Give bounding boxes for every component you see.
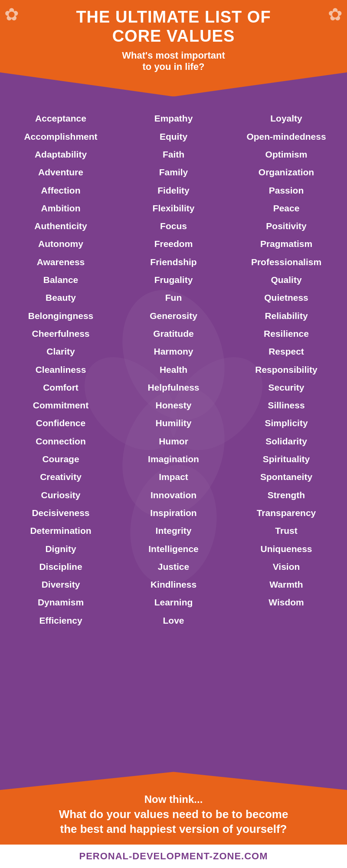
value-item: Dynamism bbox=[36, 593, 86, 611]
value-item: Cheerfulness bbox=[29, 325, 92, 342]
value-item: Determination bbox=[28, 522, 93, 539]
value-item: Impact bbox=[157, 468, 190, 486]
value-item: Harmony bbox=[151, 342, 195, 360]
value-item: Quietness bbox=[262, 289, 311, 306]
value-item: Silliness bbox=[265, 396, 307, 414]
value-item: Commitment bbox=[31, 396, 91, 414]
value-item: Empathy bbox=[152, 109, 195, 127]
value-item: Gratitude bbox=[151, 325, 196, 342]
value-item: Intelligence bbox=[146, 540, 201, 558]
value-item: Decisiveness bbox=[29, 504, 92, 522]
value-item: Efficiency bbox=[37, 612, 84, 629]
value-item: Comfort bbox=[41, 378, 81, 396]
value-item: Inspiration bbox=[148, 504, 199, 522]
value-item: Clarity bbox=[44, 342, 77, 360]
value-item: Creativity bbox=[38, 468, 84, 486]
value-item: Curiosity bbox=[39, 486, 82, 504]
value-item: Professionalism bbox=[249, 253, 324, 271]
value-item: Friendship bbox=[148, 253, 199, 271]
value-item: Responsibility bbox=[253, 361, 320, 378]
value-item: Authenticity bbox=[32, 217, 89, 235]
value-item: Trust bbox=[273, 522, 299, 539]
value-item: Vision bbox=[271, 558, 302, 575]
header-subtitle: What's most importantto you in life? bbox=[9, 50, 338, 72]
value-item: Spontaneity bbox=[258, 468, 314, 486]
value-item: Quality bbox=[268, 271, 304, 289]
value-item: Integrity bbox=[154, 522, 194, 539]
column-1: AcceptanceAccomplishmentAdaptabilityAdve… bbox=[4, 109, 117, 629]
value-item: Imagination bbox=[146, 450, 201, 468]
value-item: Positivity bbox=[264, 217, 308, 235]
value-item: Simplicity bbox=[262, 414, 310, 432]
value-item: Passion bbox=[267, 181, 306, 199]
value-item: Uniqueness bbox=[258, 540, 314, 558]
value-item: Focus bbox=[158, 217, 189, 235]
value-item: Love bbox=[160, 612, 186, 629]
value-item: Ambition bbox=[39, 199, 83, 217]
value-item: Acceptance bbox=[33, 109, 88, 127]
value-item: Solidarity bbox=[263, 432, 309, 450]
value-item: Equity bbox=[157, 128, 190, 145]
value-item: Peace bbox=[271, 199, 302, 217]
value-item: Optimism bbox=[263, 145, 310, 163]
value-item: Dignity bbox=[43, 540, 78, 558]
value-item: Warmth bbox=[267, 575, 305, 593]
site-name: PERONAL-DEVELOPMENT-ZONE.COM bbox=[4, 851, 343, 862]
value-item: Justice bbox=[156, 558, 191, 575]
footer-question: What do your values need to be to become… bbox=[13, 807, 334, 837]
value-item: Wisdom bbox=[266, 593, 306, 611]
value-item: Courage bbox=[40, 450, 81, 468]
value-item: Affection bbox=[39, 181, 83, 199]
value-item: Adaptability bbox=[33, 145, 89, 163]
value-item: Health bbox=[157, 361, 190, 378]
value-item: Humility bbox=[154, 414, 194, 432]
value-item: Fidelity bbox=[155, 181, 192, 199]
value-item: Open-mindedness bbox=[244, 128, 328, 145]
value-item: Helpfulness bbox=[145, 378, 201, 396]
value-item: Accomplishment bbox=[22, 128, 99, 145]
value-item: Honesty bbox=[154, 396, 194, 414]
value-item: Family bbox=[157, 163, 190, 181]
value-item: Confidence bbox=[34, 414, 88, 432]
value-item: Loyalty bbox=[268, 109, 304, 127]
value-item: Innovation bbox=[148, 486, 199, 504]
value-item: Adventure bbox=[36, 163, 85, 181]
value-item: Connection bbox=[33, 432, 88, 450]
page-title: THE ULTIMATE LIST OFCORE VALUES bbox=[9, 8, 338, 46]
value-item: Belongingness bbox=[26, 307, 96, 325]
value-item: Beauty bbox=[43, 289, 78, 306]
value-item: Spirituality bbox=[261, 450, 312, 468]
value-item: Organization bbox=[256, 163, 316, 181]
values-grid: AcceptanceAccomplishmentAdaptabilityAdve… bbox=[4, 109, 343, 629]
value-item: Pragmatism bbox=[258, 235, 314, 253]
value-item: Resilience bbox=[262, 325, 311, 342]
value-item: Transparency bbox=[255, 504, 318, 522]
value-item: Flexibility bbox=[151, 199, 197, 217]
value-item: Security bbox=[266, 378, 307, 396]
column-2: EmpathyEquityFaithFamilyFidelityFlexibil… bbox=[117, 109, 230, 629]
value-item: Strength bbox=[265, 486, 307, 504]
value-item: Fun bbox=[163, 289, 184, 306]
deco-left-icon: ✿ bbox=[4, 4, 19, 25]
deco-right-icon: ✿ bbox=[328, 4, 343, 25]
value-item: Humor bbox=[157, 432, 190, 450]
value-item: Reliability bbox=[262, 307, 310, 325]
value-item: Awareness bbox=[35, 253, 87, 271]
value-item: Kindliness bbox=[148, 575, 199, 593]
value-item: Respect bbox=[266, 342, 306, 360]
value-item: Autonomy bbox=[36, 235, 85, 253]
column-3: LoyaltyOpen-mindednessOptimismOrganizati… bbox=[230, 109, 343, 629]
value-item: Cleanliness bbox=[33, 361, 88, 378]
footer-think: Now think... bbox=[13, 793, 334, 806]
header: ✿ ✿ THE ULTIMATE LIST OFCORE VALUES What… bbox=[0, 0, 347, 96]
main-content: AcceptanceAccomplishmentAdaptabilityAdve… bbox=[0, 96, 347, 772]
value-item: Balance bbox=[41, 271, 81, 289]
footer-cta: Now think... What do your values need to… bbox=[0, 772, 347, 845]
value-item: Frugality bbox=[152, 271, 195, 289]
value-item: Learning bbox=[152, 593, 195, 611]
value-item: Faith bbox=[160, 145, 187, 163]
value-item: Generosity bbox=[147, 307, 200, 325]
value-item: Freedom bbox=[152, 235, 195, 253]
value-item: Discipline bbox=[37, 558, 84, 575]
value-item: Diversity bbox=[39, 575, 82, 593]
